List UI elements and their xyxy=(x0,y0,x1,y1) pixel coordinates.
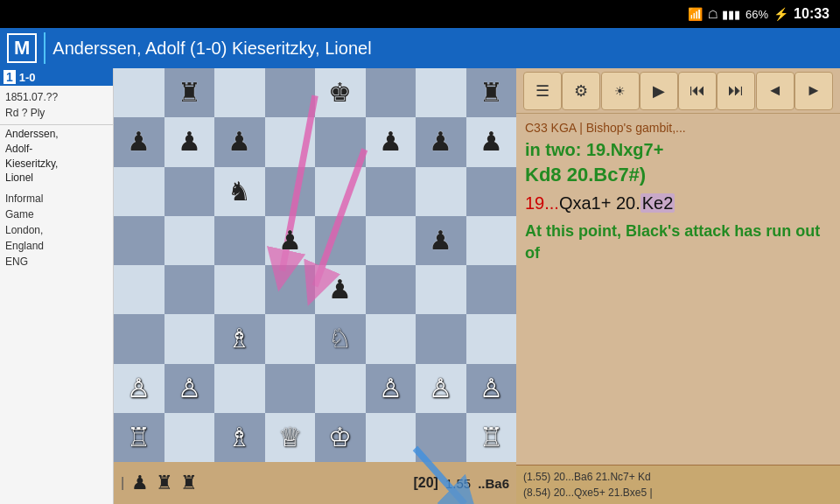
chess-cell[interactable]: ♟ xyxy=(466,117,517,166)
info-area: C33 KGA | Bishop's gambit,... in two: 19… xyxy=(516,114,840,465)
chess-cell[interactable] xyxy=(416,314,466,363)
chess-cell[interactable] xyxy=(366,68,416,117)
chess-cell[interactable] xyxy=(466,314,517,363)
chess-cell[interactable]: ♚ xyxy=(315,68,366,117)
chess-cell[interactable]: ♗ xyxy=(214,314,265,363)
chess-cell[interactable]: ♘ xyxy=(315,314,366,363)
chess-piece: ♗ xyxy=(228,424,251,451)
menu-button[interactable]: ☰ xyxy=(523,72,562,110)
next-button[interactable]: ► xyxy=(794,72,833,110)
chess-cell[interactable]: ♙ xyxy=(164,364,215,413)
chess-cell[interactable]: ♙ xyxy=(114,364,164,413)
chess-cell[interactable]: ♟ xyxy=(164,117,215,166)
chess-cell[interactable] xyxy=(164,314,215,363)
chess-cell[interactable] xyxy=(214,68,265,117)
chess-piece: ♜ xyxy=(178,80,201,106)
game-date: 1851.07.?? xyxy=(5,89,108,105)
chess-cell[interactable] xyxy=(416,68,466,117)
chess-cell[interactable]: ♟ xyxy=(416,216,466,265)
chess-cell[interactable]: ♟ xyxy=(114,117,164,166)
chess-cell[interactable] xyxy=(164,413,215,462)
chess-cell[interactable]: ♗ xyxy=(214,413,265,462)
chess-cell[interactable]: ♙ xyxy=(366,364,416,413)
chess-cell[interactable]: ♜ xyxy=(164,68,215,117)
chess-cell[interactable] xyxy=(366,314,416,363)
chess-cell[interactable] xyxy=(164,167,215,216)
chess-cell[interactable] xyxy=(315,167,366,216)
sidebar-header: 1 1-0 xyxy=(0,68,113,86)
chess-piece: ♔ xyxy=(328,424,352,451)
hint-line-2: Kd8 20.Bc7#) xyxy=(525,164,831,186)
bottom-piece-2: ♜ xyxy=(156,472,173,494)
chess-cell[interactable] xyxy=(114,216,164,265)
chess-cell[interactable]: ♙ xyxy=(466,364,517,413)
chess-cell[interactable] xyxy=(315,216,366,265)
battery-percent: 66% xyxy=(746,8,768,21)
chess-cell[interactable] xyxy=(265,167,316,216)
chess-cell[interactable] xyxy=(315,364,366,413)
settings-button[interactable]: ⚙ xyxy=(562,72,600,110)
chess-cell[interactable]: ♖ xyxy=(114,413,164,462)
brightness-button[interactable]: ☀ xyxy=(601,72,640,110)
chess-cell[interactable] xyxy=(466,167,517,216)
chess-piece: ♙ xyxy=(127,375,150,402)
battery-icon: ⚡ xyxy=(774,7,788,21)
chess-cell[interactable]: ♟ xyxy=(315,265,366,314)
play-button[interactable]: ▶ xyxy=(640,72,678,110)
chess-cell[interactable] xyxy=(265,68,316,117)
chess-cell[interactable]: ♙ xyxy=(416,364,466,413)
chess-cell[interactable]: ♟ xyxy=(214,117,265,166)
chess-cell[interactable] xyxy=(366,265,416,314)
chess-cell[interactable]: ♟ xyxy=(416,117,466,166)
chess-cell[interactable]: ♟ xyxy=(265,216,316,265)
chess-cell[interactable] xyxy=(416,413,466,462)
chess-piece: ♙ xyxy=(429,375,452,402)
chess-cell[interactable]: ♕ xyxy=(265,413,316,462)
chess-cell[interactable] xyxy=(164,265,215,314)
chess-piece: ♞ xyxy=(228,178,251,205)
chess-cell[interactable] xyxy=(265,117,316,166)
chess-cell[interactable]: ♜ xyxy=(466,68,517,117)
move-number-label: [20] xyxy=(413,475,438,491)
first-button[interactable]: ⏮ xyxy=(678,72,717,110)
brightness-icon: ☀ xyxy=(614,84,626,98)
chess-cell[interactable] xyxy=(164,216,215,265)
chess-cell[interactable] xyxy=(265,364,316,413)
chess-cell[interactable] xyxy=(366,413,416,462)
chess-cell[interactable] xyxy=(416,167,466,216)
prev-button[interactable]: ◄ xyxy=(756,72,794,110)
chess-cell[interactable]: ♔ xyxy=(315,413,366,462)
chess-cell[interactable] xyxy=(265,314,316,363)
title-bar: M Anderssen, Adolf (1-0) Kieseritzky, Li… xyxy=(0,28,840,68)
chess-piece: ♟ xyxy=(379,129,402,155)
chess-cell[interactable] xyxy=(265,265,316,314)
wifi-icon: 📶 xyxy=(688,7,703,21)
chess-piece: ♚ xyxy=(328,80,352,106)
chess-piece: ♖ xyxy=(127,424,150,451)
white-player: Anderssen, Adolf- Kieseritzky, Lionel xyxy=(0,125,113,187)
chess-cell[interactable] xyxy=(114,167,164,216)
chess-cell[interactable]: ♞ xyxy=(214,167,265,216)
chess-cell[interactable] xyxy=(466,216,517,265)
game-title: Anderssen, Adolf (1-0) Kieseritzky, Lion… xyxy=(52,38,371,59)
chess-cell[interactable] xyxy=(366,167,416,216)
chess-cell[interactable] xyxy=(214,216,265,265)
sidebar-date-info: 1851.07.?? Rd ? Ply xyxy=(0,86,113,125)
chess-cell[interactable] xyxy=(114,314,164,363)
chess-piece: ♟ xyxy=(178,129,201,155)
chess-cell[interactable] xyxy=(466,265,517,314)
chess-cell[interactable]: ♟ xyxy=(366,117,416,166)
signal-icon: ☖ ▮▮▮ xyxy=(708,8,740,21)
chess-piece: ♗ xyxy=(228,326,251,352)
chess-cell[interactable] xyxy=(114,265,164,314)
chess-cell[interactable] xyxy=(416,265,466,314)
chess-cell[interactable] xyxy=(114,68,164,117)
chess-cell[interactable] xyxy=(315,117,366,166)
chess-cell[interactable] xyxy=(366,216,416,265)
chess-cell[interactable] xyxy=(214,364,265,413)
chess-cell[interactable] xyxy=(214,265,265,314)
chess-cell[interactable]: ♖ xyxy=(466,413,517,462)
chess-piece: ♟ xyxy=(278,228,302,254)
bottom-piece-3: ♜ xyxy=(180,472,198,494)
last-button[interactable]: ⏭ xyxy=(717,72,755,110)
